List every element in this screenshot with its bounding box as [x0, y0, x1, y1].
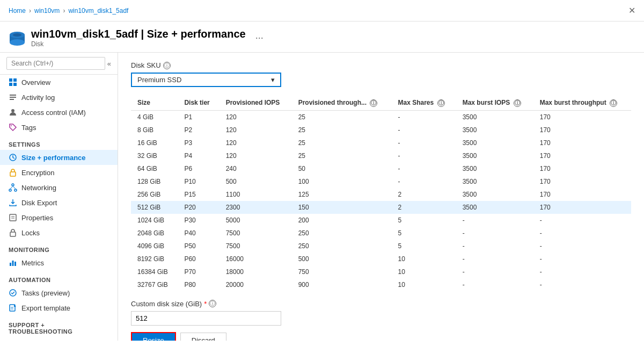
cell-provisioned-iops: 7500	[219, 227, 292, 240]
automation-section-label: Automation	[0, 270, 118, 285]
svg-point-18	[14, 189, 17, 191]
table-row[interactable]: 32 GiB P4 120 25 - 3500 170	[131, 149, 631, 162]
close-button[interactable]: ✕	[628, 5, 635, 16]
table-row[interactable]: 4 GiB P1 120 25 - 3500 170	[131, 110, 631, 124]
collapse-button[interactable]: «	[107, 60, 111, 68]
monitoring-section-label: Monitoring	[0, 240, 118, 255]
custom-size-input[interactable]	[131, 311, 281, 326]
support-icon: ?	[9, 340, 17, 341]
table-row[interactable]: 8192 GiB P60 16000 500 10 - -	[131, 253, 631, 265]
resource-title-area: win10vm_disk1_5adf | Size + performance …	[31, 28, 246, 48]
table-row[interactable]: 256 GiB P15 1100 125 2 3500 170	[131, 188, 631, 201]
table-row[interactable]: 512 GiB P20 2300 150 2 3500 170	[131, 201, 631, 214]
properties-icon	[9, 213, 17, 222]
cell-size: 16384 GiB	[131, 265, 178, 278]
sidebar-item-networking[interactable]: Networking	[0, 180, 118, 195]
cell-size: 8192 GiB	[131, 253, 178, 265]
cell-disk-tier: P60	[178, 253, 219, 265]
cell-provisioned-iops: 500	[219, 175, 292, 188]
table-row[interactable]: 32767 GiB P80 20000 900 10 - -	[131, 278, 631, 291]
cell-burst-iops: 3500	[456, 162, 533, 175]
cell-throughput: 25	[292, 124, 392, 136]
dropdown-chevron-icon: ▾	[271, 76, 275, 84]
burst-throughput-info-icon[interactable]: ⓘ	[610, 99, 617, 107]
cell-disk-tier: P2	[178, 124, 219, 136]
table-row[interactable]: 16 GiB P3 120 25 - 3500 170	[131, 136, 631, 149]
table-row[interactable]: 2048 GiB P40 7500 250 5 - -	[131, 227, 631, 240]
cell-max-shares: -	[391, 149, 456, 162]
sidebar-item-disk-export[interactable]: Disk Export	[0, 195, 118, 210]
sidebar-item-overview[interactable]: Overview	[0, 75, 118, 90]
cell-disk-tier: P4	[178, 149, 219, 162]
cell-size: 4096 GiB	[131, 240, 178, 253]
cell-provisioned-iops: 240	[219, 162, 292, 175]
cell-disk-tier: P40	[178, 227, 219, 240]
search-input[interactable]	[6, 57, 105, 70]
more-options-button[interactable]: ···	[255, 32, 264, 44]
sidebar-item-label: Tags	[21, 124, 36, 132]
overview-icon	[9, 78, 17, 86]
custom-size-info-icon[interactable]: ⓘ	[209, 300, 216, 307]
table-row[interactable]: 16384 GiB P70 18000 750 10 - -	[131, 265, 631, 278]
sidebar-item-locks[interactable]: Locks	[0, 225, 118, 240]
table-row[interactable]: 4096 GiB P50 7500 250 5 - -	[131, 240, 631, 253]
svg-rect-10	[10, 97, 16, 98]
cell-disk-tier: P15	[178, 188, 219, 201]
sidebar-item-encryption[interactable]: Encryption	[0, 165, 118, 180]
support-section-label: Support + troubleshooting	[0, 315, 118, 337]
settings-section-label: Settings	[0, 135, 118, 150]
sidebar-item-tasks[interactable]: Tasks (preview)	[0, 285, 118, 300]
table-row[interactable]: 128 GiB P10 500 100 - 3500 170	[131, 175, 631, 188]
cell-provisioned-iops: 7500	[219, 240, 292, 253]
cell-disk-tier: P80	[178, 278, 219, 291]
metrics-icon	[9, 258, 17, 267]
custom-size-label: Custom disk size (GiB) * ⓘ	[131, 300, 631, 308]
discard-button[interactable]: Discard	[180, 333, 226, 341]
cell-burst-throughput: -	[533, 214, 631, 227]
table-row[interactable]: 8 GiB P2 120 25 - 3500 170	[131, 124, 631, 136]
breadcrumb-vm[interactable]: win10vm	[34, 7, 60, 15]
sidebar-item-properties[interactable]: Properties	[0, 210, 118, 225]
cell-burst-iops: 3500	[456, 175, 533, 188]
sidebar-item-activity-log[interactable]: Activity log	[0, 90, 118, 105]
sidebar-item-label: Overview	[21, 78, 50, 86]
breadcrumb-disk[interactable]: win10vm_disk1_5adf	[68, 7, 128, 15]
cell-provisioned-iops: 120	[219, 124, 292, 136]
cell-throughput: 200	[292, 214, 392, 227]
disk-sku-info-icon[interactable]: ⓘ	[163, 62, 171, 69]
sku-dropdown[interactable]: Premium SSD ▾	[131, 73, 281, 87]
top-bar: Home › win10vm › win10vm_disk1_5adf ✕	[0, 0, 644, 21]
cell-throughput: 500	[292, 253, 392, 265]
content-area: Disk SKU ⓘ Premium SSD ▾ Size Disk tier …	[118, 53, 644, 341]
sidebar-item-label: Encryption	[21, 169, 54, 177]
table-row[interactable]: 1024 GiB P30 5000 200 5 - -	[131, 214, 631, 227]
shares-info-icon[interactable]: ⓘ	[437, 99, 445, 107]
sidebar-item-size-performance[interactable]: Size + performance	[0, 150, 118, 165]
cell-burst-throughput: -	[533, 240, 631, 253]
col-max-burst-iops: Max burst IOPS ⓘ	[456, 96, 533, 110]
col-provisioned-throughput: Provisioned through... ⓘ	[292, 96, 392, 110]
sidebar-item-export-template[interactable]: Export template	[0, 300, 118, 315]
sidebar-item-tags[interactable]: Tags	[0, 120, 118, 135]
burst-iops-info-icon[interactable]: ⓘ	[514, 99, 521, 107]
resize-button[interactable]: Resize	[131, 332, 176, 341]
svg-rect-15	[10, 172, 16, 176]
cell-burst-iops: 3500	[456, 201, 533, 214]
sidebar-item-label: Disk Export	[21, 199, 57, 207]
cell-max-shares: -	[391, 162, 456, 175]
sidebar-item-metrics[interactable]: Metrics	[0, 255, 118, 270]
sidebar-item-new-support[interactable]: ? New support request	[0, 337, 118, 341]
svg-line-19	[10, 186, 13, 189]
cell-provisioned-iops: 120	[219, 136, 292, 149]
cell-burst-throughput: 170	[533, 110, 631, 124]
svg-rect-24	[10, 232, 16, 236]
cell-burst-throughput: 170	[533, 188, 631, 201]
cell-throughput: 25	[292, 149, 392, 162]
breadcrumb-home[interactable]: Home	[9, 7, 26, 15]
sidebar-item-access-control[interactable]: Access control (IAM)	[0, 105, 118, 120]
cell-max-shares: 5	[391, 240, 456, 253]
cell-provisioned-iops: 20000	[219, 278, 292, 291]
throughput-info-icon[interactable]: ⓘ	[370, 99, 377, 107]
cell-burst-iops: 3500	[456, 110, 533, 124]
table-row[interactable]: 64 GiB P6 240 50 - 3500 170	[131, 162, 631, 175]
